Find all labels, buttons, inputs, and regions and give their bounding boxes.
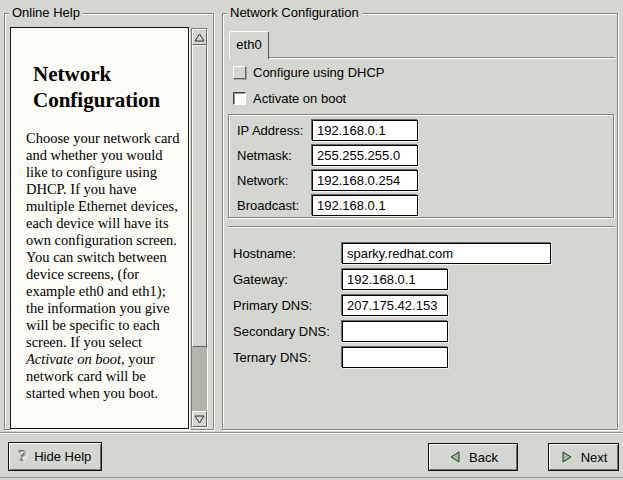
scrollbar-down-button[interactable] [192,411,207,427]
activate-boot-checkbox-row[interactable]: Activate on boot [233,90,346,106]
button-bar-highlight [0,433,623,434]
gateway-label: Gateway: [233,269,288,290]
help-scrollbar[interactable] [191,28,208,428]
broadcast-input[interactable] [312,195,418,216]
primary-dns-input[interactable] [342,295,448,316]
hide-help-button-label: Hide Help [34,449,91,464]
primary-dns-label: Primary DNS: [233,295,312,316]
right-arrow-icon [560,450,574,464]
broadcast-label: Broadcast: [237,195,299,216]
down-arrow-icon [194,415,205,424]
next-button[interactable]: Next [548,443,619,471]
notebook-page-edge [228,57,615,59]
back-button-label: Back [469,450,498,465]
gateway-input[interactable] [342,269,448,290]
up-arrow-icon [194,33,205,42]
netmask-label: Netmask: [237,145,292,166]
window-bottom-edge [0,477,623,478]
activate-on-boot-checkbox[interactable] [233,92,246,105]
hostname-input[interactable] [342,243,551,264]
ip-address-input[interactable] [312,120,418,141]
left-arrow-icon [448,450,462,464]
scrollbar-up-button[interactable] [192,29,207,45]
installer-window: { "help": { "frame_title": "Online Help"… [0,0,623,480]
ternary-dns-label: Ternary DNS: [233,347,311,368]
horizontal-separator [228,226,615,227]
scrollbar-thumb[interactable] [192,45,207,347]
help-text-panel: Network Configuration Choose your networ… [10,27,189,429]
help-title: Network Configuration [33,61,173,113]
network-label: Network: [237,170,288,191]
activate-on-boot-label: Activate on boot [253,91,346,106]
help-body-text: Choose your network card and whether you… [26,130,183,402]
ternary-dns-input[interactable] [342,347,448,368]
ip-address-label: IP Address: [237,120,303,141]
configure-dhcp-checkbox[interactable] [233,66,246,79]
help-body-pre: Choose your network card and whether you… [26,130,179,350]
hide-help-button[interactable]: ? Hide Help [8,442,102,471]
dhcp-checkbox-row[interactable]: Configure using DHCP [233,64,385,80]
next-button-label: Next [581,450,608,465]
help-body-italic: Activate on boot [26,351,121,367]
online-help-frame-title: Online Help [9,6,83,20]
secondary-dns-label: Secondary DNS: [233,321,330,342]
back-button[interactable]: Back [428,443,518,471]
tab-eth0[interactable]: eth0 [229,31,269,59]
hostname-label: Hostname: [233,243,296,264]
netmask-input[interactable] [312,145,418,166]
network-configuration-frame-title: Network Configuration [227,6,362,20]
question-mark-icon: ? [19,448,28,465]
configure-dhcp-label: Configure using DHCP [253,65,385,80]
secondary-dns-input[interactable] [342,321,448,342]
network-input[interactable] [312,170,418,191]
